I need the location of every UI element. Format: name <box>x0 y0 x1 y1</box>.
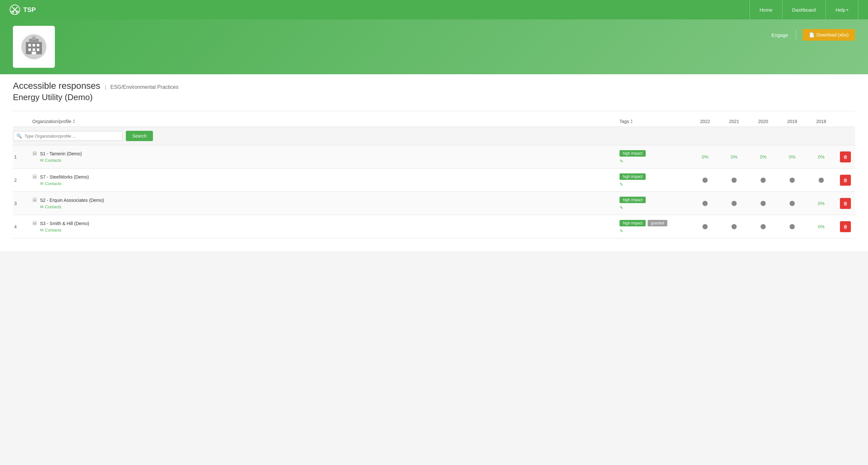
row-num-1: 1 <box>13 154 32 159</box>
tsp-logo-icon <box>10 4 20 15</box>
brand-label: TSP <box>23 6 36 13</box>
year-2022-3 <box>690 201 719 206</box>
table-row: 4 🏛 S3 - Smith & Hill (Demo) ✉ Contacts … <box>13 215 855 238</box>
year-2019-1: 0% <box>778 154 807 159</box>
building-icon: 🏛 <box>32 221 37 226</box>
building-icon: 🏛 <box>32 151 37 156</box>
svg-rect-10 <box>37 44 39 47</box>
data-table: 1 🏛 S1 - Tamerin (Demo) ✉ Contacts high … <box>13 145 855 238</box>
envelope-icon: ✉ <box>40 181 43 186</box>
envelope-icon: ✉ <box>40 228 43 233</box>
contacts-link-2[interactable]: ✉ Contacts <box>40 181 620 186</box>
svg-point-16 <box>32 36 36 40</box>
delete-button-2[interactable]: 🗑 <box>840 175 851 186</box>
col-year-2020: 2020 <box>749 119 778 124</box>
building-icon: 🏛 <box>32 197 37 203</box>
year-2021-4 <box>719 224 749 229</box>
search-bar: 🔍 Search <box>13 126 855 145</box>
envelope-icon: ✉ <box>40 204 43 209</box>
year-2019-3 <box>778 201 807 206</box>
col-year-2021: 2021 <box>719 119 749 124</box>
navbar-nav: Home Dashboard Help ▾ <box>750 0 858 19</box>
org-cell-4: 🏛 S3 - Smith & Hill (Demo) ✉ Contacts <box>32 221 620 233</box>
envelope-icon: ✉ <box>40 158 43 163</box>
tags-cell-1: high impact ✎ <box>620 150 690 164</box>
year-2020-2 <box>749 178 778 183</box>
year-2018-4: 0% <box>807 224 836 229</box>
edit-icon-4[interactable]: ✎ <box>620 228 690 233</box>
tag-high-impact: high impact <box>620 150 646 156</box>
edit-icon-3[interactable]: ✎ <box>620 205 690 210</box>
page-subtitle: Energy Utility (Demo) <box>13 92 855 103</box>
search-input-wrap: 🔍 <box>13 131 123 141</box>
org-cell-1: 🏛 S1 - Tamerin (Demo) ✉ Contacts <box>32 151 620 163</box>
year-2018-1: 0% <box>807 154 836 159</box>
year-2020-4 <box>749 224 778 229</box>
page-title-main: Accessible responses | ESG/Environmental… <box>13 81 855 91</box>
nav-help[interactable]: Help ▾ <box>826 0 858 19</box>
col-year-2019: 2019 <box>778 119 807 124</box>
org-cell-3: 🏛 S2 - Erquin Asssociates (Demo) ✉ Conta… <box>32 197 620 209</box>
navbar: TSP Home Dashboard Help ▾ <box>0 0 868 19</box>
year-2021-2 <box>719 178 749 183</box>
file-excel-icon: 📄 <box>809 32 814 37</box>
year-2019-2 <box>778 178 807 183</box>
year-2020-3 <box>749 201 778 206</box>
delete-button-3[interactable]: 🗑 <box>840 198 851 209</box>
year-2020-1: 0% <box>749 154 778 159</box>
table-row: 2 🏛 S7 - SteelWorks (Demo) ✉ Contacts hi… <box>13 169 855 192</box>
tag-high-impact: high impact <box>620 173 646 180</box>
col-org-profile[interactable]: Organization/profile ▲▼ <box>32 119 620 124</box>
delete-button-4[interactable]: 🗑 <box>840 221 851 232</box>
engage-button[interactable]: Engage <box>764 30 796 40</box>
search-input[interactable] <box>25 134 119 139</box>
col-tags[interactable]: Tags ▲▼ <box>620 119 690 124</box>
year-2022-4 <box>690 224 719 229</box>
row-num-4: 4 <box>13 224 32 229</box>
edit-icon-2[interactable]: ✎ <box>620 182 690 187</box>
edit-icon-1[interactable]: ✎ <box>620 158 690 164</box>
contacts-link-1[interactable]: ✉ Contacts <box>40 158 620 163</box>
building-icon: 🏛 <box>32 174 37 180</box>
title-pipe: | <box>105 85 107 90</box>
year-2019-4 <box>778 224 807 229</box>
tag-high-impact: high impact <box>620 220 646 226</box>
page-content: Accessible responses | ESG/Environmental… <box>0 74 868 251</box>
year-2022-1: 0% <box>690 154 719 159</box>
nav-home[interactable]: Home <box>750 0 782 19</box>
divider <box>13 111 855 111</box>
svg-rect-11 <box>28 49 31 51</box>
tag-granted: granted <box>648 220 667 226</box>
year-2018-2 <box>807 178 836 183</box>
svg-rect-14 <box>32 52 36 54</box>
svg-rect-8 <box>28 44 31 47</box>
year-2022-2 <box>690 178 719 183</box>
year-2018-3: 0% <box>807 201 836 206</box>
table-row: 1 🏛 S1 - Tamerin (Demo) ✉ Contacts high … <box>13 145 855 169</box>
delete-button-1[interactable]: 🗑 <box>840 151 851 163</box>
search-icon: 🔍 <box>17 134 22 139</box>
page-titles: Accessible responses | ESG/Environmental… <box>13 74 855 106</box>
row-num-3: 3 <box>13 201 32 206</box>
org-cell-2: 🏛 S7 - SteelWorks (Demo) ✉ Contacts <box>32 174 620 186</box>
year-2021-3 <box>719 201 749 206</box>
row-num-2: 2 <box>13 178 32 183</box>
tags-cell-3: high impact ✎ <box>620 197 690 210</box>
chevron-down-icon: ▾ <box>847 8 848 11</box>
contacts-link-3[interactable]: ✉ Contacts <box>40 204 620 209</box>
download-button[interactable]: 📄 Download (xlsx) <box>803 29 855 41</box>
nav-dashboard[interactable]: Dashboard <box>782 0 826 19</box>
search-button[interactable]: Search <box>126 131 153 141</box>
year-2021-1: 0% <box>719 154 749 159</box>
tags-cell-2: high impact ✎ <box>620 173 690 187</box>
col-year-2018: 2018 <box>807 119 836 124</box>
table-row: 3 🏛 S2 - Erquin Asssociates (Demo) ✉ Con… <box>13 192 855 215</box>
contacts-link-4[interactable]: ✉ Contacts <box>40 228 620 233</box>
col-year-2022: 2022 <box>690 119 719 124</box>
tags-cell-4: high impact granted ✎ <box>620 220 690 233</box>
svg-rect-12 <box>33 49 35 51</box>
svg-rect-13 <box>37 49 39 51</box>
sort-icon: ▲▼ <box>72 119 75 124</box>
svg-rect-9 <box>33 44 35 47</box>
sort-icon-tags: ▲▼ <box>630 119 633 124</box>
